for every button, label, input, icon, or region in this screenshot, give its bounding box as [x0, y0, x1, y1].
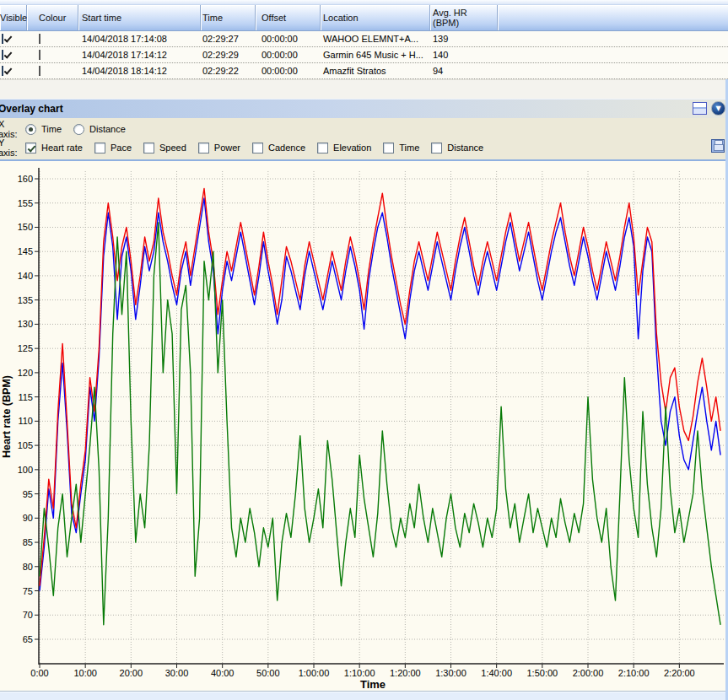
checkbox-icon[interactable] [25, 143, 36, 153]
x-tick-label: 1:20:00 [390, 668, 421, 678]
column-header-label: Colour [39, 13, 66, 23]
y-tick-label: 75 [23, 586, 33, 596]
radio-icon[interactable] [73, 124, 84, 135]
checkbox-option-distance[interactable]: Distance [431, 143, 483, 153]
x-axis-label: X axis: [0, 119, 25, 139]
series-line-2 [40, 223, 720, 625]
activities-table: Visible Colour Start time Time Offset Lo… [0, 0, 728, 79]
table-row[interactable]: 14/04/2018 17:14:08 02:29:27 00:00:00 WA… [0, 31, 728, 47]
colour-swatch [39, 66, 40, 76]
save-icon[interactable] [711, 139, 725, 153]
x-axis-title: Time [360, 678, 386, 691]
column-header-label: Location [323, 13, 359, 23]
y-tick-label: 80 [23, 562, 33, 572]
checkbox-option-speed[interactable]: Speed [143, 143, 186, 153]
checkbox-option-pace[interactable]: Pace [94, 143, 132, 153]
start-time-cell: 14/04/2018 18:14:12 [78, 66, 201, 76]
x-tick-label: 1:50:00 [526, 668, 558, 678]
table-row[interactable]: 14/04/2018 17:14:12 02:29:29 00:00:00 Ga… [0, 47, 728, 63]
y-tick-label: 115 [18, 392, 33, 402]
checkbox-icon[interactable] [198, 143, 209, 153]
x-tick-label: 2:10:00 [618, 668, 650, 678]
radio-option-distance[interactable]: Distance [73, 124, 126, 135]
y-axis-title: Heart rate (BPM) [1, 375, 13, 458]
location-cell: Amazfit Stratos [321, 66, 430, 76]
y-tick-label: 160 [18, 174, 33, 184]
panel-layout-icon[interactable] [693, 102, 707, 115]
checkbox-icon[interactable] [317, 143, 328, 153]
colour-swatch [39, 50, 40, 60]
radio-option-time[interactable]: Time [25, 124, 62, 135]
checkbox-option-elevation[interactable]: Elevation [317, 143, 371, 153]
offset-cell: 00:00:00 [256, 50, 321, 60]
start-time-cell: 14/04/2018 17:14:08 [78, 34, 201, 44]
radio-icon[interactable] [25, 124, 36, 135]
column-header-time[interactable]: Time [201, 5, 256, 30]
y-tick-label: 130 [18, 319, 33, 329]
option-label: Time [399, 143, 419, 153]
y-tick-label: 125 [18, 343, 33, 353]
column-header-label: Start time [82, 13, 121, 23]
x-tick-label: 0:00 [30, 668, 48, 678]
x-tick-label: 1:40:00 [481, 668, 512, 678]
checkbox-icon[interactable] [383, 143, 394, 153]
option-label: Power [214, 143, 240, 153]
column-header-location[interactable]: Location [321, 5, 430, 30]
y-tick-label: 105 [18, 440, 33, 450]
avg-hr-cell: 139 [430, 34, 498, 44]
location-cell: WAHOO ELEMNT+A... [321, 34, 430, 44]
checkbox-option-power[interactable]: Power [198, 143, 240, 153]
column-header-label: Visible [0, 13, 27, 23]
checkbox-icon[interactable] [252, 143, 263, 153]
checkbox-option-cadence[interactable]: Cadence [252, 143, 305, 153]
y-tick-label: 135 [18, 295, 33, 305]
time-cell: 02:29:29 [201, 50, 256, 60]
x-tick-label: 50:00 [256, 668, 280, 678]
panel-title: Overlay chart [0, 103, 63, 115]
x-tick-label: 2:00:00 [573, 668, 604, 678]
y-tick-label: 140 [18, 271, 33, 281]
column-header-colour[interactable]: Colour [27, 5, 78, 30]
checkbox-option-heart-rate[interactable]: Heart rate [25, 143, 83, 153]
column-header-label: Time [202, 13, 223, 23]
column-header-label: Offset [262, 13, 286, 23]
checkbox-icon[interactable] [431, 143, 442, 153]
y-tick-label: 65 [23, 634, 33, 644]
option-label: Distance [89, 124, 126, 134]
avg-hr-cell: 140 [430, 50, 498, 60]
visible-checkbox[interactable] [2, 50, 3, 60]
option-label: Cadence [268, 143, 305, 153]
time-cell: 02:29:27 [201, 34, 256, 44]
visible-checkbox[interactable] [2, 66, 3, 76]
option-label: Pace [111, 143, 132, 153]
x-axis-row: X axis: TimeDistance [0, 120, 728, 138]
column-header-visible[interactable]: Visible [0, 5, 27, 30]
y-tick-label: 150 [18, 222, 33, 232]
checkbox-icon[interactable] [94, 143, 105, 153]
option-label: Elevation [333, 143, 371, 153]
x-tick-label: 40:00 [211, 668, 235, 678]
y-tick-label: 110 [18, 416, 33, 426]
column-header-avg-hr[interactable]: Avg. HR(BPM) [430, 5, 498, 30]
column-header-empty [498, 5, 728, 30]
column-header-start-time[interactable]: Start time [78, 5, 201, 30]
y-tick-label: 100 [18, 465, 33, 475]
y-tick-label: 95 [23, 489, 33, 499]
visible-checkbox[interactable] [2, 34, 3, 44]
table-row[interactable]: 14/04/2018 18:14:12 02:29:22 00:00:00 Am… [0, 63, 728, 79]
overlay-chart-plot: 6570758085909510010511011512012513013514… [0, 161, 728, 691]
x-tick-label: 10:00 [73, 668, 97, 678]
location-cell: Garmin 645 Music + H... [321, 50, 430, 60]
column-header-offset[interactable]: Offset [256, 5, 321, 30]
avg-hr-cell: 94 [430, 66, 498, 76]
offset-cell: 00:00:00 [256, 34, 321, 44]
collapse-circle-icon[interactable]: ▼ [711, 101, 725, 116]
y-tick-label: 90 [23, 513, 33, 523]
x-tick-label: 1:30:00 [435, 668, 466, 678]
overlay-chart-area: 6570758085909510010511011512012513013514… [0, 161, 728, 691]
y-tick-label: 120 [18, 368, 33, 378]
checkbox-icon[interactable] [143, 143, 154, 153]
window-bottom-strip [0, 691, 728, 700]
checkbox-option-time[interactable]: Time [383, 143, 419, 153]
option-label: Distance [447, 143, 483, 153]
